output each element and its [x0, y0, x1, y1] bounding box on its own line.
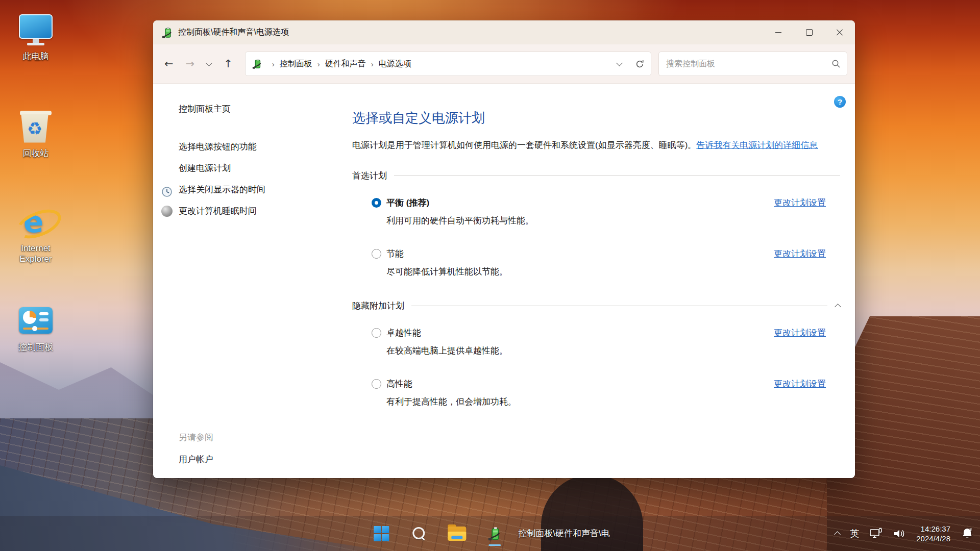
radio-high-performance[interactable]	[372, 379, 381, 389]
section-divider	[411, 306, 827, 306]
desktop-icon-label: 回收站	[4, 148, 67, 159]
section-hidden-plans: 隐藏附加计划	[352, 300, 840, 312]
section-divider	[394, 176, 840, 176]
up-button[interactable]: ↑	[224, 58, 233, 70]
power-options-app-icon	[161, 27, 174, 39]
intro-paragraph: 电源计划是用于管理计算机如何使用电源的一套硬件和系统设置(如显示器亮度、睡眠等)…	[352, 138, 840, 153]
sidebar-item-home[interactable]: 控制面板主页	[179, 103, 352, 115]
power-plan-info-link[interactable]: 告诉我有关电源计划的详细信息	[696, 140, 818, 150]
section-preferred-plans: 首选计划	[352, 170, 840, 182]
collapse-chevron-icon[interactable]	[835, 304, 841, 310]
search-input[interactable]	[665, 59, 831, 69]
plan-description: 在较高端电脑上提供卓越性能。	[386, 345, 840, 357]
notification-bell-icon[interactable]: z	[961, 527, 974, 540]
refresh-button[interactable]	[635, 59, 645, 69]
network-icon[interactable]	[869, 528, 883, 540]
search-box[interactable]	[658, 52, 847, 76]
maximize-icon	[806, 29, 813, 36]
close-button[interactable]	[824, 20, 855, 44]
page-title: 选择或自定义电源计划	[352, 109, 840, 127]
breadcrumb-hardware-sound[interactable]: 硬件和声音	[325, 59, 366, 69]
search-icon	[831, 59, 841, 68]
volume-icon[interactable]	[893, 528, 906, 540]
plan-balanced: 平衡 (推荐) 更改计划设置 利用可用的硬件自动平衡功耗与性能。	[352, 197, 840, 227]
control-panel-taskbar-button[interactable]	[483, 520, 506, 547]
start-button[interactable]	[370, 520, 393, 547]
taskbar-clock[interactable]: 14:26:37 2024/4/28	[916, 524, 950, 543]
refresh-icon	[635, 59, 645, 69]
tray-overflow-chevron-icon[interactable]	[834, 531, 841, 538]
navigation-bar: ← → ↑ › 控制面板 › 硬件和声音 › 电源选项	[153, 44, 855, 84]
desktop-icon-label: 此电脑	[4, 51, 67, 62]
section-label: 首选计划	[352, 170, 387, 182]
recycle-bin-icon: ♻	[4, 108, 67, 145]
breadcrumb-separator: ›	[317, 60, 320, 68]
plan-name[interactable]: 卓越性能	[386, 327, 421, 339]
desktop-icon-this-pc[interactable]: 此电脑	[4, 11, 67, 62]
change-plan-settings-link[interactable]: 更改计划设置	[774, 197, 826, 209]
active-window-label[interactable]: 控制面板\硬件和声音\电	[518, 528, 609, 539]
forward-button[interactable]: →	[186, 58, 195, 70]
sidebar-item-label: 更改计算机睡眠时间	[179, 206, 257, 216]
desktop-icon-control-panel[interactable]: 控制面板	[4, 302, 67, 353]
radio-balanced[interactable]	[372, 198, 381, 208]
desktop-icon-recycle-bin[interactable]: ♻ 回收站	[4, 108, 67, 159]
close-icon	[836, 29, 843, 36]
address-bar[interactable]: › 控制面板 › 硬件和声音 › 电源选项	[245, 52, 651, 76]
active-app-indicator	[488, 544, 501, 546]
system-tray: 英 14:26:37 202	[835, 516, 974, 551]
recent-pages-chevron-icon[interactable]	[206, 60, 212, 66]
breadcrumb-control-panel[interactable]: 控制面板	[280, 59, 312, 69]
ime-language-indicator[interactable]: 英	[850, 528, 859, 540]
plan-description: 有利于提高性能，但会增加功耗。	[386, 396, 840, 408]
see-also-section: 另请参阅 用户帐户	[179, 432, 213, 465]
change-plan-settings-link[interactable]: 更改计划设置	[774, 248, 826, 260]
sidebar-item-user-accounts[interactable]: 用户帐户	[179, 454, 213, 465]
sidebar-item-display-off-time[interactable]: 选择关闭显示器的时间	[179, 179, 352, 201]
taskbar-search-button[interactable]	[408, 520, 430, 547]
maximize-button[interactable]	[794, 20, 824, 44]
breadcrumb-separator: ›	[272, 60, 275, 68]
breadcrumb-power-options[interactable]: 电源选项	[379, 59, 411, 69]
this-pc-icon	[4, 11, 67, 48]
plan-name[interactable]: 平衡 (推荐)	[386, 197, 429, 209]
window-titlebar[interactable]: 控制面板\硬件和声音\电源选项	[153, 20, 855, 44]
sidebar-item-power-buttons[interactable]: 选择电源按钮的功能	[179, 136, 352, 158]
control-panel-icon	[4, 302, 67, 339]
plan-description: 利用可用的硬件自动平衡功耗与性能。	[386, 215, 840, 227]
clock-time: 14:26:37	[921, 524, 950, 533]
plan-name[interactable]: 高性能	[386, 378, 412, 390]
svg-text:z: z	[969, 527, 972, 532]
help-button[interactable]: ?	[834, 96, 846, 108]
plan-description: 尽可能降低计算机性能以节能。	[386, 266, 840, 278]
clock-date: 2024/4/28	[916, 534, 950, 543]
change-plan-settings-link[interactable]: 更改计划设置	[774, 378, 826, 390]
control-panel-window: 控制面板\硬件和声音\电源选项 ← → ↑	[153, 20, 855, 478]
main-content: 选择或自定义电源计划 电源计划是用于管理计算机如何使用电源的一套硬件和系统设置(…	[352, 84, 855, 478]
address-dropdown-chevron-icon[interactable]	[616, 60, 623, 66]
clock-icon	[161, 184, 173, 206]
minimize-icon	[775, 32, 781, 33]
power-options-taskbar-icon	[487, 526, 502, 541]
folder-icon	[448, 527, 466, 541]
windows-start-icon	[374, 526, 389, 541]
sidebar-item-create-plan[interactable]: 创建电源计划	[179, 158, 352, 179]
change-plan-settings-link[interactable]: 更改计划设置	[774, 327, 826, 339]
desktop-icon-internet-explorer[interactable]: e Internet Explorer	[4, 203, 67, 264]
taskbar: 控制面板\硬件和声音\电 英	[0, 516, 980, 551]
plan-name[interactable]: 节能	[386, 248, 404, 260]
minimize-button[interactable]	[763, 20, 794, 44]
help-question-icon: ?	[838, 97, 842, 106]
window-title: 控制面板\硬件和声音\电源选项	[178, 27, 763, 38]
desktop-icon-label: Internet Explorer	[4, 243, 67, 264]
radio-power-saver[interactable]	[372, 249, 381, 259]
sleep-sphere-icon	[161, 206, 173, 217]
radio-ultimate-performance[interactable]	[372, 328, 381, 338]
sidebar: 控制面板主页 选择电源按钮的功能 创建电源计划 选择关闭显示器的时间	[153, 84, 352, 478]
screen: 此电脑 ♻ 回收站 e Internet Explorer 控制面板	[0, 0, 980, 551]
file-explorer-button[interactable]	[446, 520, 468, 547]
sidebar-item-sleep-time[interactable]: 更改计算机睡眠时间	[179, 201, 352, 222]
sidebar-item-label: 选择关闭显示器的时间	[179, 185, 265, 194]
plan-power-saver: 节能 更改计划设置 尽可能降低计算机性能以节能。	[352, 248, 840, 278]
back-button[interactable]: ←	[164, 58, 174, 70]
